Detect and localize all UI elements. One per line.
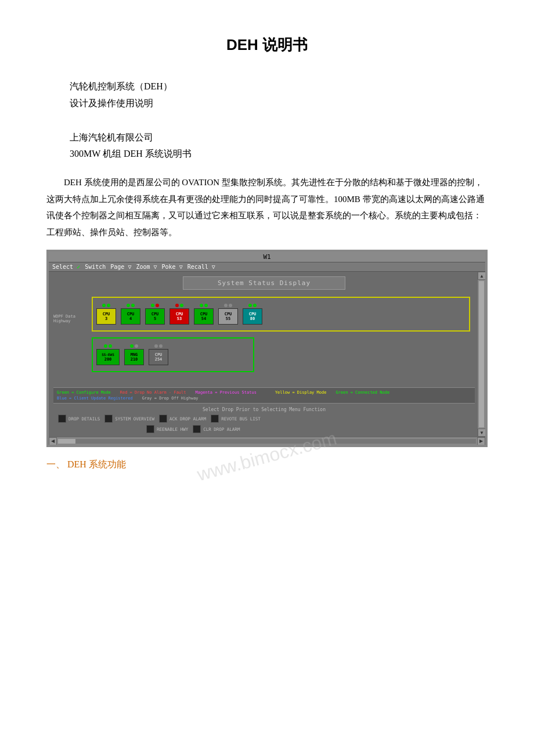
legend-blue-client: Blue = Client Update Registered — [57, 396, 133, 401]
btn-square-2 — [104, 415, 113, 423]
btn-revote-bus-list[interactable]: REVOTE BUS LIST — [211, 415, 261, 423]
cpu-node-55[interactable]: CPU 55 — [218, 304, 238, 325]
cpu254-ind-2 — [159, 344, 163, 348]
cpu80-box[interactable]: CPU 80 — [243, 308, 262, 325]
body-paragraph: DEH 系统使用的是西屋公司的 OVATION 型集散控制系统。其先进性在于分散… — [46, 174, 488, 240]
cpu3-num: 3 — [105, 316, 107, 321]
btn-square-1 — [58, 415, 66, 423]
mng210-num: 210 — [131, 357, 138, 362]
hscroll-right-arrow[interactable]: ▶ — [477, 437, 485, 445]
cpu54-box[interactable]: CPU 54 — [194, 308, 214, 325]
cpu53-indicators — [175, 304, 183, 307]
cpu4-ind-1 — [127, 304, 130, 307]
mng210-label: MNG — [131, 352, 138, 357]
cpu54-label: CPU — [200, 312, 208, 316]
cpu-node-80[interactable]: CPU 80 — [243, 304, 262, 325]
cpu5-ind-2 — [156, 304, 159, 307]
vertical-scrollbar[interactable]: ▲ ▼ — [477, 272, 485, 437]
menu-zoom[interactable]: Zoom ▽ — [136, 264, 157, 270]
cpu53-num: 53 — [177, 316, 182, 321]
cpu-box-bottom: SS-EWS 200 MNG 210 — [92, 337, 254, 372]
btn-clr-drop-alarm[interactable]: CLR DROP ALARM — [193, 425, 240, 433]
cpu3-ind-1 — [102, 304, 106, 307]
btn-square-5 — [146, 425, 154, 433]
cpu55-label: CPU — [225, 312, 232, 316]
legend-yellow-display: Yellow = Display Mode — [275, 390, 327, 395]
cpu-node-254[interactable]: CPU 254 — [149, 344, 168, 365]
cpu-node-4[interactable]: CPU 4 — [121, 304, 140, 325]
window-titlebar: W1 — [49, 252, 485, 262]
cpu53-label: CPU — [176, 312, 183, 316]
btn-system-overview[interactable]: SYSTEM OVERVIEW — [104, 415, 154, 423]
menu-recall[interactable]: Recall ▽ — [187, 264, 215, 270]
cpu54-num: 54 — [201, 316, 206, 321]
cpu5-box[interactable]: CPU 5 — [145, 308, 165, 325]
btn-reenable-hwy-label: REENABLE HWY — [157, 427, 188, 432]
cpu254-label: CPU — [155, 352, 163, 357]
cpu5-num: 5 — [154, 316, 156, 321]
cpu53-box[interactable]: CPU 53 — [169, 308, 189, 325]
network-label: WDPF Data Highway — [53, 314, 88, 323]
cpu-node-54[interactable]: CPU 54 — [194, 304, 214, 325]
menu-switch[interactable]: Switch — [85, 264, 106, 270]
menu-page[interactable]: Page ▽ — [110, 264, 131, 270]
btn-square-3 — [159, 415, 167, 423]
page-title: DEH 说明书 — [46, 35, 488, 55]
cpu-node-ssews200[interactable]: SS-EWS 200 — [96, 344, 120, 365]
mng210-indicators — [130, 344, 138, 348]
scroll-down-arrow[interactable]: ▼ — [478, 429, 485, 437]
company-line-2: 300MW 机组 DEH 系统说明书 — [70, 146, 488, 163]
cpu254-indicators — [154, 344, 163, 348]
cpu5-ind-1 — [151, 304, 154, 307]
cpu-node-mng210[interactable]: MNG 210 — [124, 344, 144, 365]
scroll-up-arrow[interactable]: ▲ — [478, 272, 485, 280]
cpu3-indicators — [102, 304, 110, 307]
hscroll-thumb[interactable] — [58, 439, 75, 444]
cpu55-box[interactable]: CPU 55 — [218, 308, 238, 325]
network-section: WDPF Data Highway — [53, 297, 475, 332]
cpu55-num: 55 — [226, 316, 230, 321]
cpu-node-3[interactable]: CPU 3 — [96, 304, 116, 325]
cpu-node-53[interactable]: CPU 53 — [169, 304, 189, 325]
cpu4-box[interactable]: CPU 4 — [121, 308, 140, 325]
ssews200-ind-2 — [109, 344, 112, 348]
cpu254-box[interactable]: CPU 254 — [149, 349, 168, 365]
btn-drop-details[interactable]: DROP DETAILS — [58, 415, 100, 423]
spacer — [53, 372, 475, 381]
ssews200-label: SS-EWS — [102, 352, 114, 357]
legend-red-alarm: Red = Drop No Alarm - Fault — [120, 390, 186, 395]
ssews200-ind-1 — [104, 344, 107, 348]
cpu3-box[interactable]: CPU 3 — [96, 308, 116, 325]
legend-green-connected: Green = Connected Node — [335, 390, 389, 395]
cpu4-ind-2 — [131, 304, 135, 307]
cpu-node-5[interactable]: CPU 5 — [145, 304, 165, 325]
horizontal-scrollbar[interactable]: ◀ ▶ — [49, 437, 485, 445]
ssews200-box[interactable]: SS-EWS 200 — [96, 349, 120, 365]
menu-select[interactable]: Select ✓ — [52, 264, 80, 270]
btn-square-6 — [193, 425, 201, 433]
btn-clr-drop-alarm-label: CLR DROP ALARM — [203, 427, 240, 432]
cpu254-num: 254 — [155, 357, 163, 362]
cpu5-indicators — [151, 304, 159, 307]
menu-poke[interactable]: Poke ▽ — [162, 264, 183, 270]
legend-magenta-previous: Magenta = Previous Status — [196, 390, 257, 395]
cpu-box-top: CPU 3 CPU — [92, 297, 470, 332]
btn-drop-details-label: DROP DETAILS — [68, 416, 100, 422]
status-legend: Green = Configure Mode Red = Drop No Ala… — [53, 387, 475, 403]
cpu80-label: CPU — [249, 312, 257, 316]
mng210-ind-2 — [135, 344, 138, 348]
button-bar: Select Drop Prior to Selecting Menu Func… — [53, 403, 475, 437]
company-block: 上海汽轮机有限公司 300MW 机组 DEH 系统说明书 — [70, 129, 488, 163]
section-heading: 一、 DEH 系统功能 — [46, 459, 488, 471]
button-bar-label: Select Drop Prior to Selecting Menu Func… — [58, 407, 470, 412]
cpu3-ind-2 — [107, 304, 110, 307]
btn-ack-drop-alarm[interactable]: ACK DROP ALARM — [159, 415, 206, 423]
hscroll-track — [58, 439, 476, 444]
btn-reenable-hwy[interactable]: REENABLE HWY — [146, 425, 188, 433]
hscroll-left-arrow[interactable]: ◀ — [49, 437, 57, 445]
mng210-box[interactable]: MNG 210 — [124, 349, 144, 365]
legend-green-configure: Green = Configure Mode — [57, 390, 111, 395]
cpu80-ind-1 — [248, 304, 252, 307]
window-menubar[interactable]: Select ✓ Switch Page ▽ Zoom ▽ Poke ▽ Rec… — [49, 262, 485, 272]
scrollbar-thumb[interactable] — [479, 281, 484, 427]
